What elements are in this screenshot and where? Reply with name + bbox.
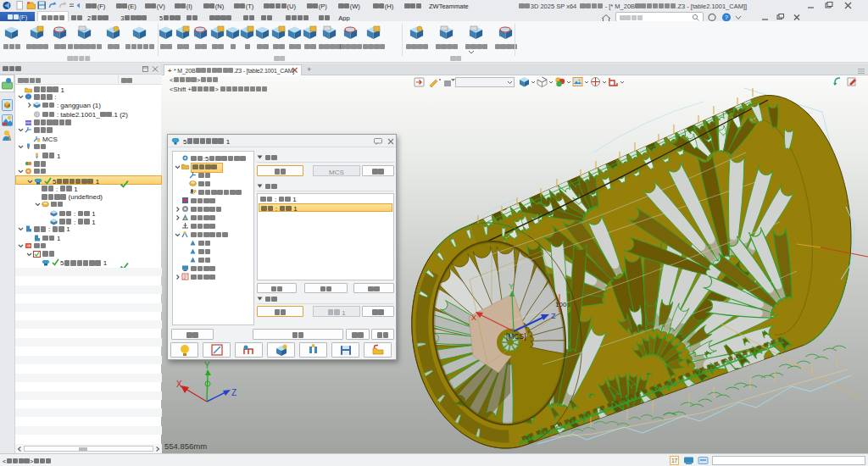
svg-text:554.856mm: 554.856mm	[164, 441, 207, 451]
svg-text:Y: Y	[204, 361, 210, 370]
svg-text:17: 17	[671, 458, 678, 463]
svg-text:Z: Z	[551, 312, 556, 320]
svg-text:Z: Z	[231, 388, 236, 397]
svg-text:[MCS]: [MCS]	[506, 332, 526, 341]
svg-text:100: 100	[555, 301, 567, 308]
svg-text:X: X	[471, 313, 476, 322]
svg-text:X: X	[176, 380, 182, 389]
svg-text:Y: Y	[509, 282, 514, 291]
svg-text:?: ?	[725, 14, 728, 20]
